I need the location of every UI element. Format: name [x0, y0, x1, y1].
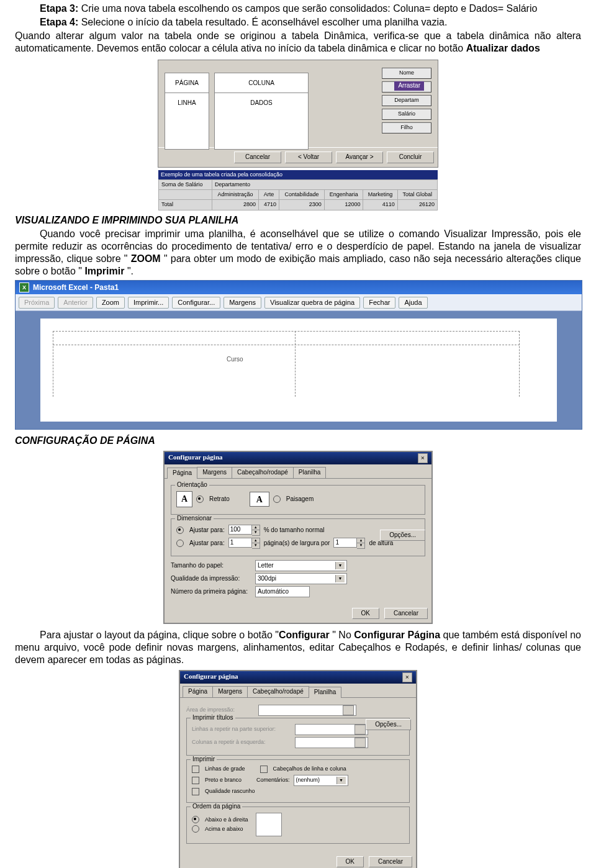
tab2-pagina[interactable]: Página: [183, 686, 213, 697]
ok-button-2[interactable]: OK: [336, 856, 364, 868]
paisagem-label: Paisagem: [286, 495, 314, 504]
spinner-icon-2[interactable]: ▲▼: [252, 538, 260, 549]
zoom-word: ZOOM: [131, 253, 161, 264]
radio-down[interactable]: [192, 816, 199, 823]
v3: 12000: [324, 200, 363, 210]
cancel-button-2[interactable]: Cancelar: [384, 608, 428, 620]
range-picker-icon-2[interactable]: [354, 725, 366, 735]
btn-anterior[interactable]: Anterior: [58, 297, 93, 309]
excel-icon: X: [19, 283, 29, 292]
portrait-icon: A: [176, 491, 192, 507]
radio-across[interactable]: [192, 825, 199, 833]
field-filho[interactable]: Filho: [382, 122, 431, 133]
order-down: Abaixo e à direita: [205, 816, 248, 823]
preview-area[interactable]: Curso: [16, 311, 582, 429]
radio-paisagem[interactable]: [273, 495, 281, 503]
h-admin: Administração: [212, 190, 258, 200]
next-button[interactable]: Avançar >: [336, 151, 383, 163]
zone-data[interactable]: DADOS: [214, 93, 309, 150]
tab2-cabecalho[interactable]: Cabeçalho/rodapé: [247, 686, 309, 697]
comments-select[interactable]: (nenhum)▼: [294, 775, 348, 786]
fit-w[interactable]: [228, 538, 252, 548]
firstpg-label: Número da primeira página:: [171, 588, 251, 596]
options-button-2[interactable]: Opções...: [366, 719, 411, 731]
tab2-planilha[interactable]: Planilha: [309, 687, 342, 698]
page-setup-dialog-2: Configurar página × Página Margens Cabeç…: [179, 670, 417, 868]
adjust-label: Ajustar para:: [189, 527, 225, 535]
radio-retrato[interactable]: [196, 495, 204, 503]
chk-rowcol[interactable]: [260, 766, 268, 773]
btn-margens[interactable]: Margens: [224, 297, 261, 309]
rows-top-input[interactable]: [295, 724, 368, 735]
paper-label: Tamanho do papel:: [171, 562, 251, 570]
order-group: Ordem da página: [191, 803, 242, 811]
landscape-icon: A: [250, 492, 269, 507]
spinner-icon-3[interactable]: ▲▼: [357, 538, 365, 549]
cols-left: Colunas a repetir à esquerda:: [192, 739, 291, 746]
tab-pagina[interactable]: Página: [167, 468, 197, 479]
vis-b3: ".: [124, 266, 133, 276]
finish-button[interactable]: Concluir: [387, 151, 434, 163]
paper-select[interactable]: Letter▼: [255, 560, 347, 571]
adjust-value[interactable]: [228, 525, 252, 535]
btn-quebra[interactable]: Visualizar quebra de página: [264, 297, 360, 309]
quality-label: Qualidade da impressão:: [171, 575, 251, 583]
drag-label: Arrastar: [394, 81, 424, 91]
draft-label: Qualidade rascunho: [205, 788, 255, 795]
chk-bw[interactable]: [192, 777, 199, 784]
chk-draft[interactable]: [192, 788, 199, 795]
h-cont: Contabilidade: [279, 190, 325, 200]
area-input[interactable]: [258, 705, 356, 716]
field-departam[interactable]: Departam: [382, 95, 431, 106]
excel-print-preview: X Microsoft Excel - Pasta1 Próxima Anter…: [15, 280, 582, 430]
retrato-label: Retrato: [209, 495, 230, 504]
fit-h[interactable]: [333, 538, 357, 548]
options-button[interactable]: Opções...: [380, 530, 425, 541]
radio-adjust[interactable]: [176, 527, 184, 534]
tab-planilha[interactable]: Planilha: [293, 467, 327, 478]
field-salario[interactable]: Salário: [382, 109, 431, 120]
tab2-margens[interactable]: Margens: [212, 686, 248, 697]
cfg-title: CONFIGURAÇÃO DE PÁGINA: [15, 435, 581, 447]
btn-imprimir[interactable]: Imprimir...: [128, 297, 169, 309]
cols-left-input[interactable]: [295, 737, 368, 748]
quality-select[interactable]: 300dpi▼: [255, 573, 347, 584]
pivot-wizard-dialog: PÁGINA COLUNA LINHA DADOS Arrastar Nome …: [158, 60, 438, 168]
firstpg-value: Automático: [258, 588, 289, 596]
chk-grid[interactable]: [192, 766, 199, 773]
cancel-button-3[interactable]: Cancelar: [369, 856, 412, 868]
vis-body: Quando você precisar imprimir uma planil…: [15, 228, 581, 278]
btn-proxima[interactable]: Próxima: [19, 297, 55, 309]
close-icon[interactable]: ×: [418, 453, 428, 463]
field-nome[interactable]: Nome: [382, 68, 431, 79]
tab-cabecalho[interactable]: Cabeçalho/rodapé: [232, 467, 294, 478]
paper-value: Letter: [258, 562, 274, 570]
bw-label: Preto e branco: [205, 777, 242, 784]
btn-fechar[interactable]: Fechar: [363, 297, 395, 309]
range-picker-icon[interactable]: [343, 705, 354, 715]
spinner-icon[interactable]: ▲▼: [252, 525, 260, 536]
range-picker-icon-3[interactable]: [354, 738, 366, 748]
tab-margens[interactable]: Margens: [197, 467, 232, 478]
ok-button[interactable]: OK: [352, 608, 379, 620]
chevron-down-icon-2: ▼: [335, 575, 345, 582]
cancel-button[interactable]: Cancelar: [234, 151, 281, 163]
grid-label: Linhas de grade: [205, 766, 245, 772]
back-button[interactable]: < Voltar: [285, 151, 332, 163]
total-label: Total: [159, 200, 212, 210]
rowcol-label: Cabeçalhos de linha e coluna: [273, 766, 346, 772]
close-icon-2[interactable]: ×: [402, 672, 412, 682]
radio-fit[interactable]: [176, 540, 184, 547]
v1: 4710: [259, 200, 279, 210]
btn-zoom[interactable]: Zoom: [96, 297, 125, 309]
cfg-b-c: " No: [330, 630, 354, 640]
btn-configurar[interactable]: Configurar...: [172, 297, 220, 309]
etapa3-rest: Crie uma nova tabela escolhendo os campo…: [78, 3, 537, 14]
chevron-down-icon: ▼: [335, 562, 345, 569]
comments-value: (nenhum): [296, 777, 320, 784]
zone-row[interactable]: LINHA: [165, 93, 209, 150]
h-total: Total Global: [397, 190, 437, 200]
firstpg-input[interactable]: Automático: [255, 586, 310, 597]
v5: 26120: [397, 200, 437, 210]
btn-ajuda[interactable]: Ajuda: [399, 297, 427, 309]
